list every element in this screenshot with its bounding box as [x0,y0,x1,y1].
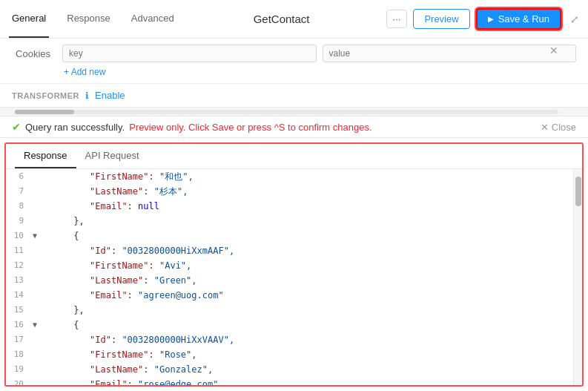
transformer-info-icon: ℹ [85,91,89,101]
code-view[interactable]: 6 "FirstName": "和也",7 "LastName": "杉本",8… [6,169,582,385]
resp-tab-response[interactable]: Response [15,144,76,168]
transformer-label: TRANSFORMER [12,91,79,100]
top-bar: General Response Advanced GetContact ···… [0,0,588,39]
add-new-button[interactable]: + Add new [64,67,576,77]
h-scrollbar-track [15,110,558,114]
table-row: 19 "LastName": "Gonzalez", [6,362,582,377]
cookies-label: Cookies [12,48,56,59]
code-lines-container: 6 "FirstName": "和也",7 "LastName": "杉本",8… [6,169,582,385]
status-bar: ✔ Query ran successfully. Preview only. … [0,116,588,138]
table-row: 6 "FirstName": "和也", [6,169,582,184]
status-warning-text: Preview only. Click Save or press ^S to … [129,122,371,133]
response-tabs: Response API Request [6,144,582,169]
status-success-text: Query ran successfully. [25,122,125,133]
success-icon: ✔ [12,121,21,133]
table-row: 14 "Email": "agreen@uog.com" [6,288,582,303]
response-area: Response API Request 6 "FirstName": "和也"… [4,142,584,387]
table-row: 16▼ { [6,318,582,332]
table-row: 12 "FirstName": "Avi", [6,258,582,273]
close-status-button[interactable]: ✕ Close [541,122,576,133]
tab-general[interactable]: General [9,0,49,38]
tab-advanced[interactable]: Advanced [128,0,177,38]
table-row: 8 "Email": null [6,199,582,214]
save-run-button[interactable]: ▶ Save & Run [476,8,561,30]
table-row: 20 "Email": "rose@edge.com" [6,377,582,385]
main-container: General Response Advanced GetContact ···… [0,0,588,391]
query-title: GetContact [177,13,386,25]
play-icon: ▶ [488,15,494,23]
table-row: 7 "LastName": "杉本", [6,184,582,199]
cookies-key-input[interactable] [62,45,317,62]
close-x-icon: ✕ [541,122,549,133]
h-scrollbar-thumb[interactable] [15,110,74,114]
tabs: General Response Advanced [9,0,177,38]
toolbar-right: ··· Preview ▶ Save & Run ⤢ [386,8,579,30]
resp-tab-api-request[interactable]: API Request [76,144,148,168]
cookies-row: Cookies ✕ [12,45,576,62]
v-scrollbar-thumb[interactable] [575,177,581,206]
table-row: 9 }, [6,214,582,229]
table-row: 18 "FirstName": "Rose", [6,347,582,362]
tab-response[interactable]: Response [64,0,113,38]
enable-transformer-link[interactable]: Enable [95,90,125,101]
cookies-section: Cookies ✕ + Add new [0,39,588,84]
table-row: 10▼ { [6,229,582,243]
vertical-scrollbar[interactable] [573,169,582,385]
table-row: 11 "Id": "0032800000HiXxmAAF", [6,243,582,258]
table-row: 17 "Id": "0032800000HiXxVAAV", [6,332,582,347]
close-cookies-icon[interactable]: ✕ [549,45,558,56]
table-row: 15 }, [6,303,582,318]
horizontal-scrollbar[interactable] [0,108,588,116]
more-button[interactable]: ··· [386,10,408,28]
cookies-value-input[interactable] [323,45,577,62]
expand-icon[interactable]: ⤢ [570,13,579,25]
transformer-section: TRANSFORMER ℹ Enable [0,84,588,108]
table-row: 13 "LastName": "Green", [6,273,582,288]
preview-button[interactable]: Preview [413,9,469,29]
